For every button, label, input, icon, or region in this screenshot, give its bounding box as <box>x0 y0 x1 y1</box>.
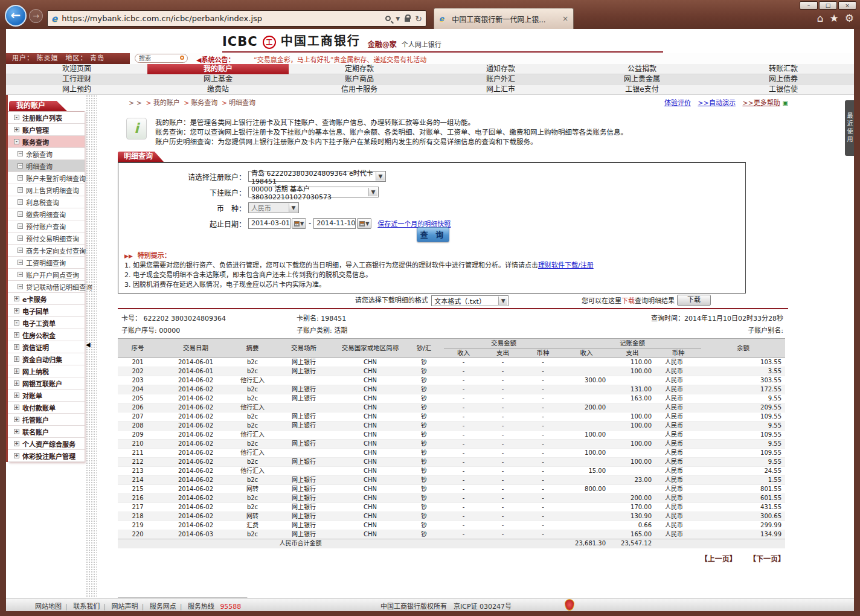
footer-sitemap-link[interactable]: 网站地图 <box>35 603 62 611</box>
collapse-icon[interactable]: − <box>18 284 23 289</box>
expand-icon[interactable]: + <box>14 380 19 386</box>
sidebar-item[interactable]: -账务查询 <box>8 136 85 148</box>
footer-statement-link[interactable]: 网站声明 <box>111 603 138 611</box>
collapse-icon[interactable]: − <box>18 260 23 265</box>
nav-item[interactable]: 网上基金 <box>147 74 289 85</box>
query-button[interactable]: 查 询 <box>417 227 449 242</box>
collapse-icon[interactable]: - <box>14 139 19 144</box>
expand-icon[interactable]: + <box>14 308 19 313</box>
browser-forward-button[interactable]: → <box>29 9 43 23</box>
sidebar-item[interactable]: −账户未登折明细查询 <box>8 172 85 184</box>
settings-gear-icon[interactable]: ⚙ <box>845 12 854 24</box>
reg-account-select[interactable]: 青岛 6222023803024809364 e时代卡 198451▼ <box>248 171 386 182</box>
expand-icon[interactable]: + <box>14 405 19 410</box>
nav-item[interactable]: 公益捐款 <box>571 64 713 74</box>
nav-item[interactable]: 网上汇市 <box>430 85 571 95</box>
nav-item[interactable]: 缴费站 <box>147 85 289 95</box>
browser-tab[interactable]: e 中国工商银行新一代网上银... × <box>434 8 574 29</box>
more-help-link[interactable]: >>更多帮助 <box>742 99 780 107</box>
refresh-icon[interactable]: ↻ <box>415 14 422 24</box>
expand-icon[interactable]: + <box>14 368 19 374</box>
collapse-icon[interactable]: - <box>14 320 19 326</box>
home-icon[interactable]: ⌂ <box>817 12 824 24</box>
sidebar-item[interactable]: +联名账户 <box>8 426 85 438</box>
nav-item[interactable]: 账户商品 <box>289 74 430 85</box>
expand-icon[interactable]: + <box>14 296 19 301</box>
address-dropdown-icon[interactable]: ▼ <box>396 16 400 22</box>
recently-used-tab[interactable]: 最近使用 <box>845 100 854 156</box>
download-button[interactable]: 下载 <box>677 295 711 306</box>
search-input[interactable]: 搜索 <box>135 54 188 63</box>
tab-close-icon[interactable]: × <box>562 14 568 23</box>
sidebar-item[interactable]: +资金自动归集 <box>8 353 85 365</box>
sidebar-item[interactable]: −明细查询 <box>8 160 85 172</box>
announcement-text[interactable]: “交易赢金彩，马上有好礼”贵金属积存、递延交易有礼活动 <box>254 56 426 64</box>
nav-item[interactable]: 信用卡服务 <box>289 85 430 95</box>
sidebar-item[interactable]: +收付款账单 <box>8 402 85 414</box>
collapse-icon[interactable]: − <box>18 223 23 229</box>
sidebar-item[interactable]: +对账单 <box>8 390 85 402</box>
sub-account-select[interactable]: 00000 活期 基本户 3803022101027030573▼ <box>248 187 379 197</box>
collapse-icon[interactable]: − <box>18 187 23 193</box>
expand-icon[interactable]: + <box>14 127 19 132</box>
sidebar-item[interactable]: −工资明细查询 <box>8 257 85 269</box>
sidebar-item[interactable]: −账户开户网点查询 <box>8 269 85 281</box>
sidebar-item[interactable]: +电子回单 <box>8 305 85 317</box>
sidebar-item[interactable]: −预付账户查询 <box>8 220 85 233</box>
auto-demo-link[interactable]: >>自动演示 <box>698 99 736 107</box>
collapse-icon[interactable]: − <box>18 248 23 253</box>
collapse-icon[interactable]: − <box>18 151 23 156</box>
browser-back-button[interactable]: ← <box>5 5 27 27</box>
window-close-button[interactable]: × <box>838 1 856 10</box>
sidebar-item[interactable]: +住房公积金 <box>8 329 85 341</box>
expand-icon[interactable]: + <box>14 441 19 446</box>
sidebar-item[interactable]: +网上纳税 <box>8 365 85 377</box>
sidebar-item[interactable]: +体彩投注账户管理 <box>8 450 85 462</box>
window-maximize-button[interactable]: □ <box>819 1 837 10</box>
date-to-calendar-button[interactable]: ▼ <box>357 218 371 229</box>
sidebar-item[interactable]: -电子工资单 <box>8 317 85 329</box>
expand-icon[interactable]: + <box>14 453 19 458</box>
nav-item[interactable]: 我的账户 <box>147 64 289 74</box>
favorites-star-icon[interactable]: ★ <box>830 12 839 24</box>
sidebar-item[interactable]: +资信证明 <box>8 341 85 353</box>
footer-contact-link[interactable]: 联系我们 <box>73 603 100 611</box>
collapse-icon[interactable]: − <box>18 211 23 217</box>
nav-item[interactable]: 通知存款 <box>430 64 571 74</box>
date-from-input[interactable]: 2014-03-01 <box>248 218 290 229</box>
nav-item[interactable]: 工银信使 <box>713 85 854 95</box>
experience-rating-link[interactable]: 体验评价 <box>664 99 691 107</box>
collapse-sidebar-icon[interactable]: ◀ <box>86 341 91 348</box>
sidebar-item[interactable]: −余额查询 <box>8 148 85 160</box>
address-bar[interactable]: e https://mybank.icbc.com.cn/icbc/perban… <box>47 10 426 27</box>
nav-item[interactable]: 欢迎页面 <box>6 64 147 74</box>
finance-software-link[interactable]: 理财软件下载/注册 <box>538 261 594 269</box>
nav-item[interactable]: 账户外汇 <box>430 74 571 85</box>
date-from-calendar-button[interactable]: ▼ <box>292 218 306 229</box>
expand-icon[interactable]: + <box>14 417 19 422</box>
collapse-icon[interactable]: − <box>18 236 23 241</box>
nav-item[interactable]: 网上预约 <box>6 85 147 95</box>
collapse-icon[interactable]: − <box>18 199 23 205</box>
window-minimize-button[interactable]: – <box>800 1 818 10</box>
prev-page-link[interactable]: 【上一页】 <box>701 555 737 563</box>
sidebar-item[interactable]: −网上售贷明细查询 <box>8 184 85 196</box>
expand-icon[interactable]: + <box>14 356 19 362</box>
url-text[interactable]: https://mybank.icbc.com.cn/icbc/perbank/… <box>62 14 385 23</box>
sidebar-item[interactable]: +个人资产综合服务 <box>8 438 85 450</box>
nav-item[interactable]: 工行理财 <box>6 74 147 85</box>
sidebar-item[interactable]: +账户管理 <box>8 124 85 136</box>
footer-branches-link[interactable]: 服务网点 <box>150 603 176 611</box>
next-page-link[interactable]: 【下一页】 <box>749 555 785 563</box>
expand-icon[interactable]: + <box>14 344 19 350</box>
expand-icon[interactable]: + <box>14 332 19 338</box>
sidebar-item[interactable]: −预付交易明细查询 <box>8 233 85 245</box>
expand-icon[interactable]: + <box>14 429 19 434</box>
date-to-input[interactable]: 2014-11-10 <box>313 218 356 229</box>
sidebar-tab-my-account[interactable]: 我的账户 <box>9 101 67 111</box>
nav-item[interactable]: 转账汇款 <box>713 64 854 74</box>
sidebar-item[interactable]: −利息税查询 <box>8 196 85 208</box>
nav-item[interactable]: 工银e支付 <box>571 85 713 95</box>
sidebar-item[interactable]: -注册账户列表 <box>8 112 85 124</box>
nav-item[interactable]: 网上债券 <box>713 74 854 85</box>
